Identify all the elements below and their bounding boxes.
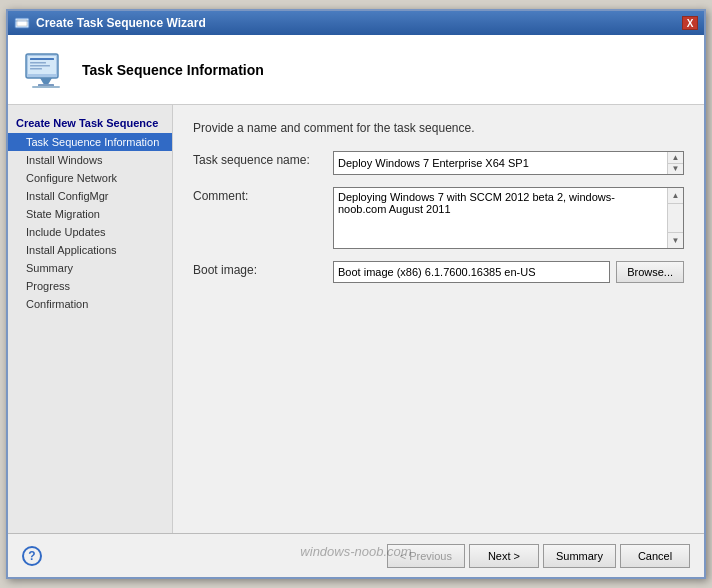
svg-rect-8 [30,68,42,70]
sidebar-item-summary[interactable]: Summary [8,259,172,277]
title-bar: Create Task Sequence Wizard X [8,11,704,35]
scroll-down-arrow[interactable]: ▼ [668,164,683,175]
title-bar-left: Create Task Sequence Wizard [14,15,206,31]
task-sequence-name-input-wrapper: ▲ ▼ [333,151,684,175]
footer-left: ? [22,546,42,566]
sidebar-item-include-updates[interactable]: Include Updates [8,223,172,241]
header-title: Task Sequence Information [82,62,264,78]
boot-image-label: Boot image: [193,261,333,277]
help-button[interactable]: ? [22,546,42,566]
intro-text: Provide a name and comment for the task … [193,121,684,135]
comment-scrollbar: ▲ ▼ [667,188,683,248]
sidebar: Create New Task Sequence Task Sequence I… [8,105,173,533]
task-sequence-name-row: Task sequence name: ▲ ▼ [193,151,684,175]
sidebar-item-confirmation[interactable]: Confirmation [8,295,172,313]
task-sequence-name-scrollbar: ▲ ▼ [667,152,683,174]
boot-image-field: Browse... [333,261,684,283]
boot-image-row: Boot image: Browse... [193,261,684,283]
task-sequence-name-field: ▲ ▼ [333,151,684,175]
svg-rect-7 [30,65,50,67]
sidebar-item-install-applications[interactable]: Install Applications [8,241,172,259]
sidebar-item-state-migration[interactable]: State Migration [8,205,172,223]
comment-label: Comment: [193,187,333,203]
sidebar-item-progress[interactable]: Progress [8,277,172,295]
comment-textarea-wrapper: ▲ ▼ [333,187,684,249]
svg-rect-6 [30,62,46,64]
footer-area: ? < Previous Next > Summary Cancel [8,533,704,577]
header-area: Task Sequence Information [8,35,704,105]
content-area: Create New Task Sequence Task Sequence I… [8,105,704,533]
scroll-up-arrow[interactable]: ▲ [668,152,683,164]
cancel-button[interactable]: Cancel [620,544,690,568]
header-icon [22,46,70,94]
sidebar-section-title[interactable]: Create New Task Sequence [8,113,172,133]
task-sequence-name-input[interactable] [334,152,667,174]
wizard-window: Create Task Sequence Wizard X Task Seque… [6,9,706,579]
task-sequence-name-label: Task sequence name: [193,151,333,167]
comment-scroll-up[interactable]: ▲ [668,188,683,204]
summary-button[interactable]: Summary [543,544,616,568]
browse-button[interactable]: Browse... [616,261,684,283]
sidebar-item-install-windows[interactable]: Install Windows [8,151,172,169]
boot-image-input-group: Browse... [333,261,684,283]
svg-rect-11 [32,86,60,88]
wizard-icon [14,15,30,31]
comment-scroll-down[interactable]: ▼ [668,232,683,248]
comment-field: ▲ ▼ [333,187,684,249]
svg-rect-5 [30,58,54,60]
comment-row: Comment: ▲ ▼ [193,187,684,249]
footer-buttons: < Previous Next > Summary Cancel [387,544,690,568]
sidebar-item-configure-network[interactable]: Configure Network [8,169,172,187]
previous-button[interactable]: < Previous [387,544,465,568]
boot-image-input[interactable] [333,261,610,283]
sidebar-item-task-sequence-information[interactable]: Task Sequence Information [8,133,172,151]
next-button[interactable]: Next > [469,544,539,568]
window-title: Create Task Sequence Wizard [36,16,206,30]
close-button[interactable]: X [682,16,698,30]
comment-input[interactable] [334,188,667,248]
sidebar-item-install-configmgr[interactable]: Install ConfigMgr [8,187,172,205]
main-content: Provide a name and comment for the task … [173,105,704,533]
